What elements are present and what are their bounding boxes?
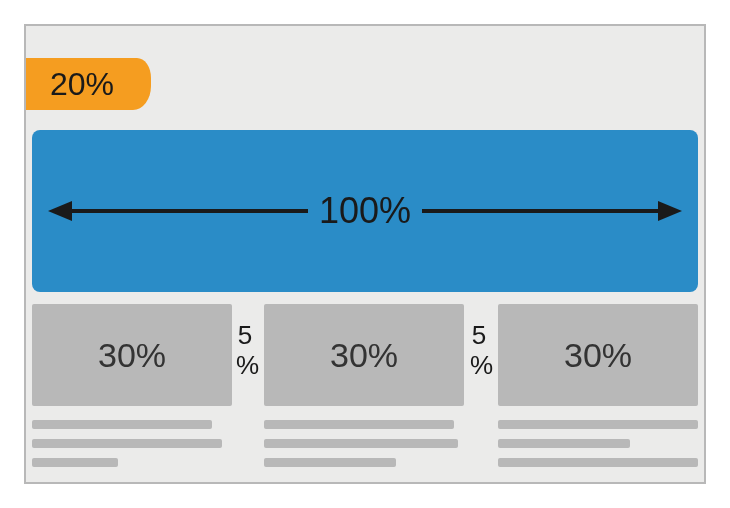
column-2-width-text: 30% [330,336,398,375]
column-3-card: 30% [498,304,698,406]
tab-width-label: 20% [26,58,151,110]
column-3: 30% [498,304,698,477]
hero-band: 100% [32,130,698,292]
column-3-text-lines [498,420,698,467]
column-1-text-lines [32,420,232,467]
placeholder-line [32,458,118,467]
gap-2-number: 5 [470,320,488,350]
placeholder-line [32,439,222,448]
column-2-text-lines [264,420,464,467]
hero-width-text: 100% [32,190,698,232]
column-1: 30% [32,304,232,477]
placeholder-line [264,439,458,448]
placeholder-line [264,458,396,467]
column-3-width-text: 30% [564,336,632,375]
tab-width-text: 20% [50,66,114,103]
column-1-width-text: 30% [98,336,166,375]
gap-1-number: 5 [236,320,254,350]
placeholder-line [498,458,698,467]
column-2: 30% [264,304,464,477]
column-1-card: 30% [32,304,232,406]
layout-diagram-frame: 20% 100% 30% 5 % [24,24,706,484]
column-2-card: 30% [264,304,464,406]
placeholder-line [32,420,212,429]
placeholder-line [498,420,698,429]
placeholder-line [498,439,630,448]
placeholder-line [264,420,454,429]
